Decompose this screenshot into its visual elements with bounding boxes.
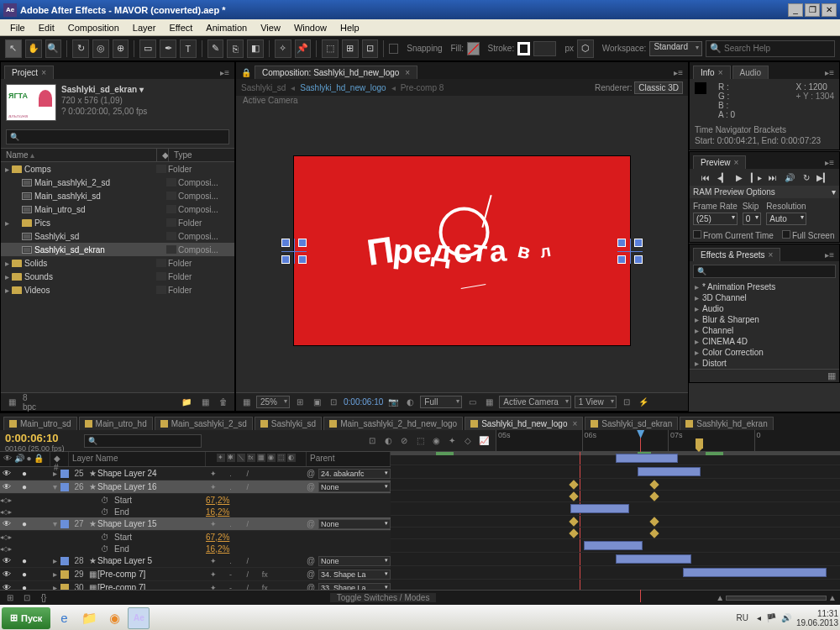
info-tab[interactable]: Info× [693,66,731,79]
stopwatch-icon[interactable]: ⏱ [101,533,111,542]
last-frame-button[interactable]: ⏭ [765,171,780,184]
stopwatch-icon[interactable]: ⏱ [101,507,111,517]
keyframe[interactable] [569,528,578,538]
keyframe[interactable] [650,517,659,526]
new-comp-icon[interactable]: ▦ [197,396,213,409]
menu-layer[interactable]: Layer [126,21,163,34]
keyframe-nav[interactable]: ◂◇▸ [0,496,20,504]
project-item[interactable]: ▸SoundsFolder [1,270,234,283]
layer-bar[interactable] [638,467,701,476]
label-swatch[interactable] [156,165,166,173]
keyframe[interactable] [650,528,659,538]
ram-preview-header[interactable]: RAM Preview Options▾ [690,186,839,198]
timeline-time[interactable]: 0:00:06:10 [5,432,79,444]
parent-dropdown[interactable]: 24. abakanfc [318,469,391,479]
wmp-icon[interactable]: ◉ [102,607,126,629]
pickwhip-icon[interactable]: @ [307,556,318,565]
visibility-toggle[interactable]: 👁 [2,469,12,478]
project-item[interactable]: Sashlyki_sd_ekranComposi... [1,243,234,256]
effects-category[interactable]: Blur & Sharpen [690,314,839,325]
timeline-tab[interactable]: Sashlyki_sd [255,417,322,430]
show-channel-icon[interactable]: ◐ [403,396,417,408]
selection-handle[interactable] [617,239,643,264]
interpret-icon[interactable]: ▦ [4,396,19,409]
view-axis-icon[interactable]: ⊡ [362,39,379,58]
property-row[interactable]: ◂◇▸⏱Start67,2% [0,531,391,543]
parent-dropdown[interactable]: 34. Shape La [318,570,391,580]
fast-preview-icon[interactable]: ⚡ [637,396,650,408]
property-track[interactable] [391,491,840,502]
layer-label[interactable] [60,584,69,591]
property-track[interactable] [391,516,840,528]
stroke-width-input[interactable] [533,41,556,56]
preview-tab[interactable]: Preview× [693,155,746,169]
menu-window[interactable]: Window [287,21,333,34]
ram-preview-button[interactable]: ▶▎ [816,171,831,184]
pixel-aspect-icon[interactable]: ⊡ [620,396,633,408]
menu-edit[interactable]: Edit [32,21,61,34]
pickwhip-icon[interactable]: @ [307,583,318,590]
clone-tool[interactable]: ⎘ [227,39,244,58]
next-frame-button[interactable]: ▎▸ [748,171,764,184]
timeline-search[interactable]: 🔍 [84,434,202,448]
label-swatch[interactable] [166,178,176,186]
grid-icon[interactable]: ⊡ [327,396,340,408]
menu-help[interactable]: Help [333,21,366,34]
play-button[interactable]: ▶ [732,171,747,184]
graph-editor-icon[interactable]: 📈 [477,434,491,448]
resolution-dropdown[interactable]: Full [420,396,462,408]
property-row[interactable]: ◂◇▸⏱End16,2% [0,543,391,554]
start-button[interactable]: ⊞Пуск [2,607,50,629]
effects-category[interactable]: 3D Channel [690,292,839,303]
skip-dropdown[interactable]: 0 [743,213,762,225]
layer-bar[interactable] [584,541,643,550]
bpc-button[interactable]: 8 bpc [23,396,38,409]
menu-animation[interactable]: Animation [199,21,254,34]
pickwhip-icon[interactable]: @ [307,482,318,491]
language-indicator[interactable]: RU [732,612,751,624]
parent-dropdown[interactable]: None [318,519,391,529]
property-value[interactable]: 16,2% [206,507,307,517]
pen-tool[interactable]: ✒ [160,39,176,58]
snapping-checkbox[interactable] [389,44,398,54]
layer-track[interactable] [391,502,840,516]
rotate-tool[interactable]: ↻ [72,39,89,58]
property-row[interactable]: ◂◇▸⏱Start67,2% [0,494,391,506]
keyframe-nav[interactable]: ◂◇▸ [0,508,20,516]
from-current-checkbox[interactable] [693,230,701,239]
breadcrumb[interactable]: Sashlyki_sd [241,83,286,92]
trash-icon[interactable]: 🗑 [216,396,231,409]
visibility-toggle[interactable]: 👁 [2,519,12,528]
stopwatch-icon[interactable]: ⏱ [101,544,111,554]
effects-search[interactable]: 🔍 [693,265,836,278]
layer-track[interactable] [391,566,840,580]
frame-blend-icon[interactable]: ⬚ [413,434,427,448]
selection-handle[interactable] [281,239,307,264]
property-track[interactable] [391,479,840,491]
tray-icon[interactable]: ◂ [757,613,761,622]
layer-row[interactable]: 👁●▾26★Shape Layer 16✦./@None [0,480,391,494]
effects-category[interactable]: Distort [690,358,839,369]
resolution-dropdown[interactable]: Auto [766,213,806,225]
col-name[interactable]: Name ▴ [1,149,156,161]
project-tab[interactable]: Project× [4,66,54,79]
layer-name-header[interactable]: Layer Name [69,452,206,466]
visibility-toggle[interactable]: 👁 [2,583,12,590]
panel-menu-icon[interactable]: ▸≡ [823,66,836,79]
toggle-switches-modes[interactable]: Toggle Switches / Modes [330,593,437,602]
parent-dropdown[interactable]: None [318,482,391,492]
keyframe[interactable] [569,491,578,501]
close-button[interactable]: ✕ [822,3,837,17]
label-swatch[interactable] [166,205,176,213]
menu-composition[interactable]: Composition [61,21,126,34]
effects-category[interactable]: Channel [690,325,839,336]
effects-category[interactable]: Audio [690,303,839,314]
views-dropdown[interactable]: 1 View [575,396,617,408]
timeline-tab[interactable]: Main_sashlyki_2_sd [155,417,253,430]
brackets-icon[interactable]: {} [37,592,50,604]
property-row[interactable]: ◂◇▸⏱End16,2% [0,506,391,517]
timeline-tab[interactable]: Main_utro_hd [79,417,153,430]
property-value[interactable]: 67,2% [206,533,307,542]
effects-category[interactable]: * Animation Presets [690,281,839,292]
layer-track[interactable] [391,452,840,465]
